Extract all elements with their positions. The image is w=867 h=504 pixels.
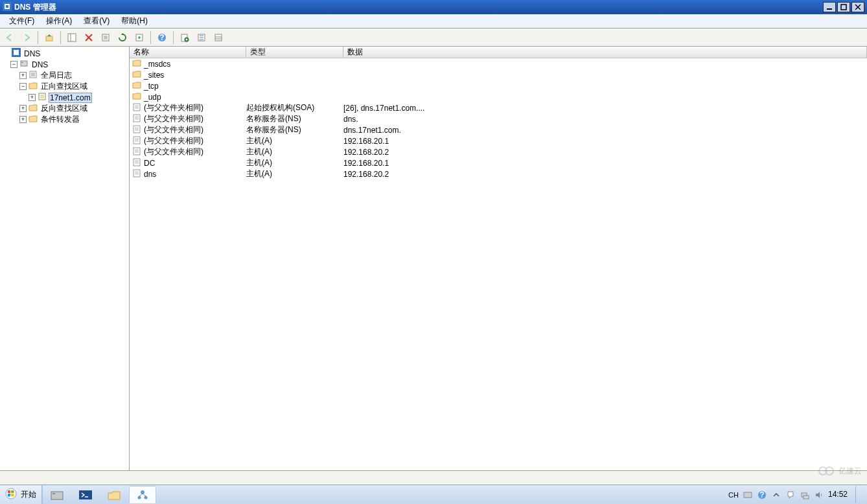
svg-rect-7 (46, 36, 52, 41)
ime-indicator[interactable]: CH (728, 490, 739, 500)
svg-rect-30 (21, 61, 27, 66)
record-icon (132, 146, 141, 157)
list-record-row[interactable]: (与父文件夹相同)主机(A)192.168.20.2 (130, 146, 867, 157)
list-pane: 名称 类型 数据 _msdcs_sites_tcp_udp(与父文件夹相同)起始… (130, 47, 867, 470)
tree-pane[interactable]: DNS − DNS + 全局日志 − 正向查找区域 + 17net1.com +… (0, 47, 130, 470)
help-tray-icon[interactable]: ? (757, 490, 767, 500)
svg-rect-31 (21, 62, 23, 63)
record-name: _msdcs (144, 60, 170, 69)
list-record-row[interactable]: dns主机(A)192.168.20.2 (130, 168, 867, 179)
list-folder-row[interactable]: _msdcs (130, 58, 867, 69)
list-folder-row[interactable]: _tcp (130, 80, 867, 91)
volume-icon[interactable] (814, 490, 824, 500)
menu-action[interactable]: 操作(A) (41, 14, 77, 28)
filter-button[interactable] (194, 30, 209, 45)
expander-icon[interactable]: − (10, 61, 17, 68)
folder-icon (29, 114, 38, 125)
taskbar-item-dns-manager[interactable] (129, 486, 156, 504)
record-data: 192.168.20.1 (343, 159, 867, 168)
record-type: 起始授权机构(SOA) (246, 102, 343, 113)
record-icon (132, 135, 141, 146)
expander-icon[interactable]: + (19, 72, 27, 79)
record-type: 主机(A) (246, 135, 343, 146)
record-name: (与父文件夹相同) (144, 146, 203, 157)
up-button[interactable] (42, 30, 56, 45)
menu-file[interactable]: 文件(F) (4, 14, 40, 28)
taskbar-item-server-manager[interactable] (43, 486, 71, 504)
show-desktop-button[interactable] (855, 487, 862, 503)
list-folder-row[interactable]: _udp (130, 91, 867, 102)
tree-label: 条件转发器 (40, 114, 81, 125)
status-bar (0, 470, 867, 485)
tray-clock[interactable]: 14:52 (828, 490, 848, 499)
taskbar-item-powershell[interactable] (72, 486, 99, 504)
network-icon[interactable] (800, 490, 810, 500)
svg-point-77 (144, 496, 148, 499)
window-title: DNS 管理器 (14, 2, 56, 13)
record-name: (与父文件夹相同) (144, 124, 203, 135)
list-body[interactable]: _msdcs_sites_tcp_udp(与父文件夹相同)起始授权机构(SOA)… (130, 58, 867, 470)
forward-button[interactable] (19, 30, 34, 45)
svg-rect-72 (52, 493, 55, 494)
export-button[interactable] (132, 30, 146, 45)
start-button[interactable]: 开始 (0, 485, 42, 505)
tray-chevron-icon[interactable] (771, 490, 781, 500)
tree-item-conditional-forwarders[interactable]: + 条件转发器 (0, 114, 129, 125)
list-record-row[interactable]: (与父文件夹相同)主机(A)192.168.20.1 (130, 135, 867, 146)
properties-button[interactable] (98, 30, 113, 45)
record-data: dns. (343, 115, 867, 124)
record-data: dns.17net1.com. (343, 126, 867, 135)
record-data: 192.168.20.2 (343, 170, 867, 179)
list-record-row[interactable]: (与父文件夹相同)名称服务器(NS)dns. (130, 113, 867, 124)
refresh-button[interactable] (115, 30, 130, 45)
titlebar: DNS 管理器 (0, 0, 867, 14)
expander-icon[interactable]: − (19, 83, 27, 90)
tree-item-forward-zone[interactable]: − 正向查找区域 (0, 81, 129, 92)
action-center-icon[interactable] (785, 490, 796, 500)
svg-rect-29 (14, 50, 19, 55)
expander-icon[interactable]: + (29, 94, 36, 101)
list-record-row[interactable]: (与父文件夹相同)名称服务器(NS)dns.17net1.com. (130, 124, 867, 135)
windows-icon (5, 488, 17, 501)
taskbar-separator (42, 486, 43, 504)
folder-icon (132, 69, 141, 80)
record-name: dns (144, 170, 156, 179)
svg-rect-8 (68, 34, 76, 41)
ime-options-icon[interactable] (743, 490, 753, 500)
tree-server[interactable]: − DNS (0, 59, 129, 70)
new-record-button[interactable] (178, 30, 192, 45)
svg-text:?: ? (159, 33, 164, 42)
app-icon (3, 2, 12, 13)
svg-rect-70 (11, 494, 14, 497)
expander-icon[interactable]: + (19, 105, 27, 112)
tree-item-reverse-zone[interactable]: + 反向查找区域 (0, 103, 129, 114)
column-header-data[interactable]: 数据 (343, 47, 867, 58)
list-record-row[interactable]: DC主机(A)192.168.20.1 (130, 157, 867, 168)
list-view-button[interactable] (211, 30, 225, 45)
record-type: 主机(A) (246, 168, 343, 179)
close-button[interactable] (851, 2, 864, 12)
tree-item-selected-zone[interactable]: + 17net1.com (0, 92, 129, 103)
tree-root[interactable]: DNS (0, 48, 129, 59)
list-record-row[interactable]: (与父文件夹相同)起始授权机构(SOA)[26], dns.17net1.com… (130, 102, 867, 113)
column-header-name[interactable]: 名称 (130, 47, 246, 58)
help-button[interactable]: ? (155, 30, 169, 45)
column-header-type[interactable]: 类型 (246, 47, 343, 58)
list-folder-row[interactable]: _sites (130, 69, 867, 80)
minimize-button[interactable] (823, 2, 836, 12)
maximize-button[interactable] (837, 2, 850, 12)
show-hide-tree-button[interactable] (65, 30, 79, 45)
taskbar-item-explorer[interactable] (100, 486, 128, 504)
back-button[interactable] (3, 30, 17, 45)
folder-icon (29, 103, 38, 114)
delete-button[interactable] (82, 30, 96, 45)
menu-help[interactable]: 帮助(H) (116, 14, 153, 28)
clock-time: 14:52 (828, 490, 848, 499)
tree-label: 反向查找区域 (40, 103, 89, 114)
record-icon (132, 124, 141, 135)
toolbar: ? (0, 29, 867, 47)
tree-item-global-log[interactable]: + 全局日志 (0, 70, 129, 81)
menu-view[interactable]: 查看(V) (78, 14, 115, 28)
expander-icon[interactable]: + (19, 116, 27, 123)
menubar: 文件(F) 操作(A) 查看(V) 帮助(H) (0, 14, 867, 29)
